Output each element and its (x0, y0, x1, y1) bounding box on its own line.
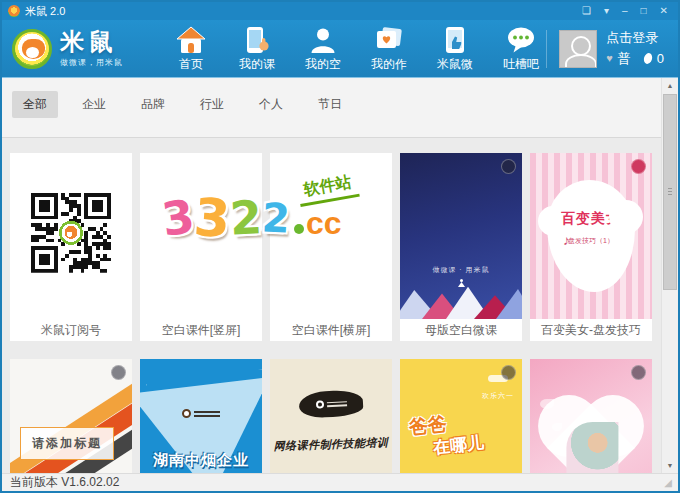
category-tabs: 全部 企业 品牌 行业 个人 节日 (12, 91, 678, 118)
avatar[interactable] (559, 30, 597, 68)
tab-industry[interactable]: 行业 (189, 91, 235, 118)
nav-label: 首页 (168, 56, 214, 73)
mother-baby-photo (566, 422, 618, 473)
card-caption: 母版空白微课 (400, 319, 522, 341)
scrollbar-grip-icon (668, 188, 672, 197)
tab-brand[interactable]: 品牌 (130, 91, 176, 118)
corner-badge-icon (501, 159, 516, 174)
card-dad-where-are-we-going[interactable]: 欢乐六一 爸爸 在哪儿 (400, 359, 522, 473)
nav-item-feedback[interactable]: 吐槽吧 (498, 24, 544, 73)
tab-personal[interactable]: 个人 (248, 91, 294, 118)
tab-all[interactable]: 全部 (12, 91, 58, 118)
blank-thumbnail (140, 153, 262, 319)
phone-hand-icon (234, 24, 280, 54)
header: 米鼠 做微课，用米鼠 首页 (2, 20, 678, 78)
scroll-down-button[interactable]: ▼ (662, 458, 678, 473)
photos-heart-icon (366, 24, 412, 54)
level-heart-icon: ♥ (606, 53, 613, 64)
nav-item-mishu-micro[interactable]: 米鼠微 (432, 24, 478, 73)
card-beauty-hairstyle[interactable]: 百变美女 ♪ 盘发技巧（1） 百变美女-盘发技巧 (530, 153, 652, 341)
card-mothers-day[interactable]: ✦ 母亲节 ✦ (530, 359, 652, 473)
card-qr-subscription[interactable]: 米鼠订阅号 (10, 153, 132, 341)
nav-item-my-works[interactable]: 我的作 (366, 24, 412, 73)
hunan-thumbnail: 湖南中烟企业 (140, 359, 262, 473)
minimize-button[interactable]: – (622, 4, 628, 18)
template-gallery: 米鼠订阅号 空白课件[竖屏] 空白课件[横屏] 做微课 · 用米鼠 母版空白微课 (2, 138, 678, 473)
titlebar[interactable]: 米鼠 2.0 ❏ ▾ – □ ✕ (2, 2, 678, 20)
card-caption: 米鼠订阅号 (10, 319, 132, 341)
tab-festival[interactable]: 节日 (307, 91, 353, 118)
card-caption: 空白课件[竖屏] (140, 319, 262, 341)
person-icon (300, 24, 346, 54)
qr-code (31, 193, 111, 273)
skin-button[interactable]: ❏ (582, 4, 591, 18)
window-title: 米鼠 2.0 (25, 2, 65, 20)
college-seal-icon (182, 409, 220, 418)
coin-count: 0 (657, 51, 664, 66)
scrollbar-thumb[interactable] (663, 94, 677, 290)
chat-bubble-icon (498, 24, 544, 54)
beauty-title: 百变美女 (547, 210, 635, 228)
dad-thumbnail: 欢乐六一 爸爸 在哪儿 (400, 359, 522, 473)
header-divider (546, 30, 547, 68)
brand-name: 米鼠 (60, 29, 123, 55)
maximize-button[interactable]: □ (641, 4, 647, 18)
home-icon (168, 24, 214, 54)
cloud-bubble: 百变美女 ♪ 盘发技巧（1） (547, 180, 635, 292)
template-thumbnail: 请添加标题 (10, 359, 132, 473)
corner-badge-icon (501, 365, 516, 380)
login-button[interactable]: 点击登录 (606, 30, 664, 46)
nav-label: 我的课 (234, 56, 280, 73)
vertical-scrollbar[interactable]: ▲ ▼ (661, 78, 678, 473)
ink-title: 网络课件制作技能培训 (272, 435, 390, 454)
ink-splash-seal-icon (298, 389, 363, 418)
brand-tagline: 做微课，用米鼠 (60, 57, 123, 68)
version-text: 当前版本 V1.6.02.02 (10, 474, 119, 491)
nav-item-my-courses[interactable]: 我的课 (234, 24, 280, 73)
app-logo: 米鼠 做微课，用米鼠 (12, 29, 160, 69)
tab-enterprise[interactable]: 企业 (71, 91, 117, 118)
login-area: 点击登录 ♥ 普 0 (559, 30, 668, 68)
card-blank-horizontal[interactable]: 空白课件[横屏] (270, 153, 392, 341)
menu-caret-button[interactable]: ▾ (604, 4, 609, 18)
user-level: 普 (618, 50, 631, 68)
title-placeholder-box: 请添加标题 (20, 427, 114, 460)
nav-label: 我的作 (366, 56, 412, 73)
resize-grip-icon[interactable]: ◢ (664, 478, 672, 488)
card-caption: 百变美女-盘发技巧 (530, 319, 652, 341)
tiny-figure-icon (457, 279, 465, 287)
card-network-courseware-training[interactable]: 网络课件制作技能培训 (270, 359, 392, 473)
nav-label: 米鼠微 (432, 56, 478, 73)
nav-item-home[interactable]: 首页 (168, 24, 214, 73)
nav-label: 吐槽吧 (498, 56, 544, 73)
master-thumbnail: 做微课 · 用米鼠 (400, 153, 522, 319)
main-nav: 首页 我的课 (168, 24, 544, 73)
corner-badge-icon (111, 365, 126, 380)
heart-shape (547, 404, 635, 473)
nav-label: 我的空 (300, 56, 346, 73)
blank-thumbnail (270, 153, 392, 319)
app-icon (8, 5, 20, 17)
corner-badge-icon (631, 365, 646, 380)
hunan-title: 湖南中烟企业 (140, 451, 262, 470)
dad-title-line2: 在哪儿 (432, 432, 485, 459)
card-master-blank[interactable]: 做微课 · 用米鼠 母版空白微课 (400, 153, 522, 341)
mascot-icon (12, 29, 52, 69)
dad-title-line1: 爸爸 (408, 413, 448, 438)
scroll-up-button[interactable]: ▲ (662, 78, 678, 93)
statusbar: 当前版本 V1.6.02.02 ◢ (2, 473, 678, 491)
phone-thumb-icon (432, 24, 478, 54)
close-button[interactable]: ✕ (660, 4, 668, 18)
card-hunan-tobacco[interactable]: 湖南中烟企业 (140, 359, 262, 473)
nav-item-my-space[interactable]: 我的空 (300, 24, 346, 73)
card-blank-vertical[interactable]: 空白课件[竖屏] (140, 153, 262, 341)
dad-corner-text: 欢乐六一 (482, 391, 514, 401)
ink-thumbnail: 网络课件制作技能培训 (270, 359, 392, 473)
category-tabband: 全部 企业 品牌 行业 个人 节日 (2, 78, 678, 138)
app-window: 米鼠 2.0 ❏ ▾ – □ ✕ 米鼠 做微课，用米鼠 (0, 0, 680, 493)
corner-badge-icon (631, 159, 646, 174)
card-add-title-template[interactable]: 请添加标题 (10, 359, 132, 473)
beauty-thumbnail: 百变美女 ♪ 盘发技巧（1） (530, 153, 652, 319)
coin-egg-icon (642, 52, 653, 65)
master-overlay-text: 做微课 · 用米鼠 (400, 265, 522, 275)
